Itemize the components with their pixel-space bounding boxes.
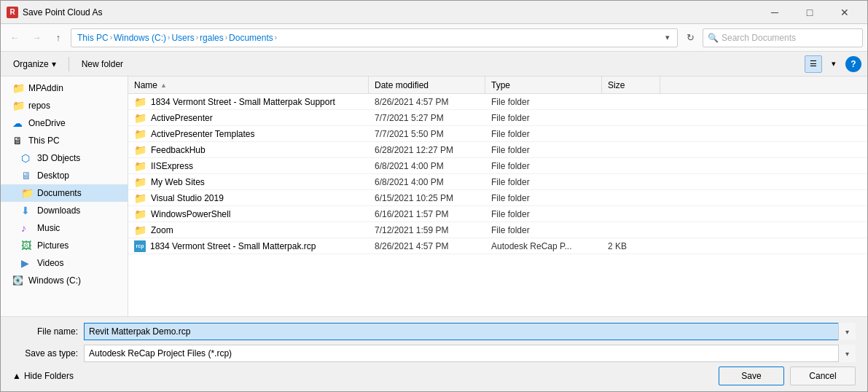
organize-button[interactable]: Organize ▾ [7,55,63,73]
address-box[interactable]: This PC › Windows (C:) › Users › rgales … [71,28,678,47]
table-row[interactable]: 📁 ActivePresenter 7/7/2021 5:27 PM File … [128,110,867,126]
cancel-label: Cancel [809,371,836,381]
file-list-body[interactable]: 📁 1834 Vermont Street - Small Matterpak … [128,94,867,316]
nav-item-pictures[interactable]: 🖼 Pictures [1,237,128,254]
cell-date: 6/16/2021 1:57 PM [369,206,485,222]
folder-icon: 📁 [134,96,146,108]
nav-item-mpaddin[interactable]: 📁 MPAddin [1,79,128,97]
table-row[interactable]: 📁 Visual Studio 2019 6/15/2021 10:25 PM … [128,190,867,206]
nav-item-windows-c[interactable]: 💽 Windows (C:) [1,272,128,289]
crumb-4[interactable]: rgales [200,33,224,43]
cell-date: 8/26/2021 4:57 PM [369,94,485,109]
cell-size [602,206,660,222]
nav-item-this-pc[interactable]: 🖥 This PC [1,132,128,149]
crumb-5[interactable]: Documents [229,33,273,43]
table-row[interactable]: 📁 1834 Vermont Street - Small Matterpak … [128,94,867,110]
save-button[interactable]: Save [719,366,784,385]
table-row[interactable]: 📁 WindowsPowerShell 6/16/2021 1:57 PM Fi… [128,206,867,222]
address-dropdown-button[interactable]: ▾ [664,33,671,42]
cell-type: File folder [485,126,602,141]
cell-size [602,126,660,141]
3d-icon: ⬡ [21,152,33,164]
maximize-button[interactable]: □ [793,4,826,20]
cell-date: 6/15/2021 10:25 PM [369,190,485,205]
videos-icon: ▶ [21,257,33,269]
crumb-3[interactable]: Users [171,33,194,43]
hide-folders-toggle[interactable]: ▲ Hide Folders [12,371,74,381]
toolbar: Organize ▾ New folder ☰ ▾ ? [1,52,867,77]
toolbar-right: ☰ ▾ ? [805,55,861,73]
cell-date: 6/28/2021 12:27 PM [369,142,485,157]
cell-name: 📁 WindowsPowerShell [128,206,369,222]
nav-item-3d-objects[interactable]: ⬡ 3D Objects [1,149,128,167]
table-row[interactable]: 📁 My Web Sites 6/8/2021 4:00 PM File fol… [128,174,867,190]
cell-date: 6/8/2021 4:00 PM [369,174,485,189]
col-header-type[interactable]: Type [485,77,602,93]
file-name-text: IISExpress [151,161,193,171]
table-row[interactable]: 📁 FeedbackHub 6/28/2021 12:27 PM File fo… [128,142,867,158]
minimize-button[interactable]: ─ [758,4,791,20]
filename-label: File name: [12,326,78,337]
help-button[interactable]: ? [845,56,861,72]
new-folder-button[interactable]: New folder [75,55,130,73]
crumb-1[interactable]: This PC [77,33,109,43]
rcp-file-icon: rcp [134,240,146,252]
filename-dropdown-arrow[interactable]: ▾ [838,323,856,340]
table-row[interactable]: 📁 Zoom 7/12/2021 1:59 PM File folder [128,222,867,238]
cell-size [602,158,660,173]
saveas-wrap: ▾ [84,345,856,362]
nav-item-label: Documents [37,188,82,198]
search-box[interactable]: 🔍 Search Documents [703,28,863,47]
cell-name: 📁 1834 Vermont Street - Small Matterpak … [128,94,369,109]
organize-label: Organize [13,59,49,69]
file-name-text: Zoom [151,225,173,235]
up-button[interactable]: ↑ [49,28,68,47]
saveas-dropdown-arrow[interactable]: ▾ [838,345,856,362]
table-row[interactable]: 📁 ActivePresenter Templates 7/7/2021 5:5… [128,126,867,142]
dialog-title: Save Point Cloud As [23,7,758,17]
desktop-icon: 🖥 [21,170,33,181]
col-header-size[interactable]: Size [602,77,660,93]
col-header-name[interactable]: Name ▲ [128,77,369,93]
sep-2: › [168,34,170,42]
col-header-date[interactable]: Date modified [369,77,485,93]
search-icon: 🔍 [708,33,719,43]
nav-item-onedrive[interactable]: ☁ OneDrive [1,114,128,132]
title-bar: R Save Point Cloud As ─ □ ✕ [1,1,867,24]
bottom-section: File name: ▾ Save as type: ▾ ▲ Hide Fold… [1,316,867,391]
back-button[interactable]: ← [5,28,24,47]
view-details-icon: ☰ [810,59,817,68]
nav-item-videos[interactable]: ▶ Videos [1,254,128,272]
view-dropdown-button[interactable]: ▾ [825,55,842,73]
crumb-2[interactable]: Windows (C:) [114,33,166,43]
folder-icon: 📁 [21,187,33,199]
nav-item-label: Downloads [37,205,80,216]
hide-folders-arrow: ▲ [12,371,21,381]
filename-input[interactable] [84,323,856,340]
view-details-button[interactable]: ☰ [805,55,822,73]
nav-item-music[interactable]: ♪ Music [1,219,128,237]
nav-item-downloads[interactable]: ⬇ Downloads [1,202,128,219]
table-row[interactable]: 📁 IISExpress 6/8/2021 4:00 PM File folde… [128,158,867,174]
close-button[interactable]: ✕ [828,4,861,20]
search-placeholder: Search Documents [722,33,796,43]
file-name-text: 1834 Vermont Street - Small Matterpak Su… [151,97,335,107]
folder-icon: 📁 [134,144,146,156]
app-icon: R [7,7,18,18]
forward-button[interactable]: → [27,28,46,47]
nav-item-label: This PC [28,136,60,146]
nav-item-desktop[interactable]: 🖥 Desktop [1,167,128,184]
cell-name: 📁 IISExpress [128,158,369,173]
nav-item-repos[interactable]: 📁 repos [1,97,128,114]
save-label: Save [741,371,761,381]
nav-item-documents[interactable]: 📁 Documents [1,184,128,202]
cell-type: File folder [485,110,602,125]
cell-type: File folder [485,142,602,157]
refresh-button[interactable]: ↻ [681,28,700,47]
folder-icon: 📁 [12,82,24,94]
folder-icon: 📁 [134,208,146,220]
cell-type: File folder [485,94,602,109]
cancel-button[interactable]: Cancel [790,366,856,385]
table-row[interactable]: rcp 1834 Vermont Street - Small Matterpa… [128,238,867,254]
cell-name: 📁 ActivePresenter [128,110,369,125]
